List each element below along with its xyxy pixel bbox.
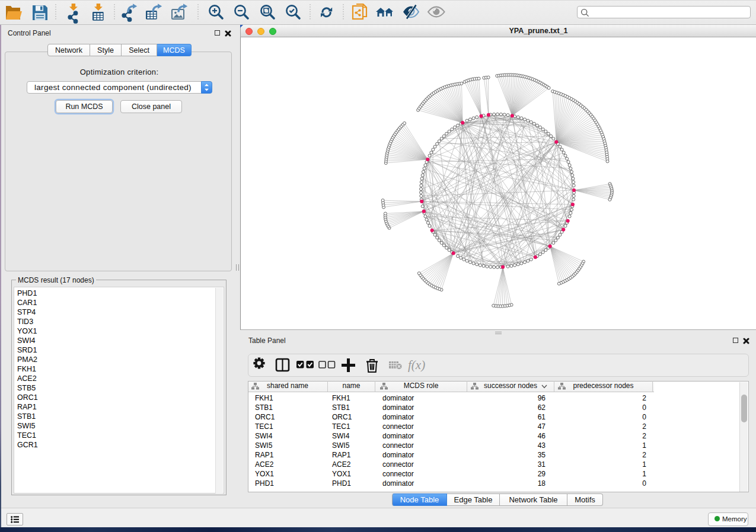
svg-text:f(x): f(x) [408,358,425,372]
